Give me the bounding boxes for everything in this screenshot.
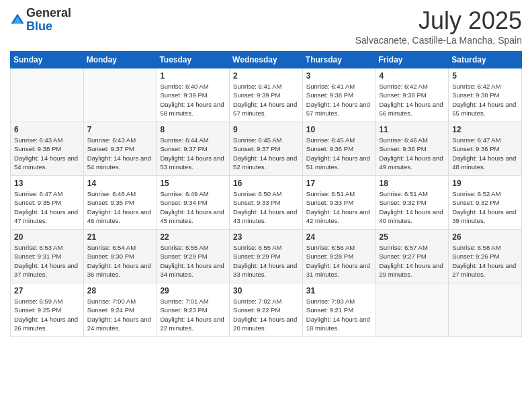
day-number: 12 xyxy=(452,125,518,134)
table-row: 6Sunrise: 6:43 AMSunset: 9:38 PMDaylight… xyxy=(11,122,84,176)
day-number: 24 xyxy=(306,232,372,242)
sunset-text: Sunset: 9:37 PM xyxy=(160,144,226,153)
sunset-text: Sunset: 9:38 PM xyxy=(380,91,445,99)
sunset-text: Sunset: 9:38 PM xyxy=(306,91,372,99)
sunset-text: Sunset: 9:35 PM xyxy=(14,198,80,207)
table-row xyxy=(449,283,522,337)
table-row: 25Sunrise: 6:57 AMSunset: 9:27 PMDayligh… xyxy=(375,230,449,283)
day-number: 11 xyxy=(380,125,445,134)
sunset-text: Sunset: 9:38 PM xyxy=(452,91,518,99)
day-number: 31 xyxy=(306,286,372,295)
sunrise-text: Sunrise: 6:43 AM xyxy=(87,136,153,144)
sunrise-text: Sunrise: 6:45 AM xyxy=(306,136,372,144)
calendar-week-4: 20Sunrise: 6:53 AMSunset: 9:31 PMDayligh… xyxy=(11,230,522,283)
table-row: 5Sunrise: 6:42 AMSunset: 9:38 PMDaylight… xyxy=(449,68,522,122)
sunset-text: Sunset: 9:36 PM xyxy=(452,144,518,153)
day-info: Sunrise: 6:51 AMSunset: 9:33 PMDaylight:… xyxy=(306,189,372,225)
table-row: 30Sunrise: 7:02 AMSunset: 9:22 PMDayligh… xyxy=(230,283,303,337)
day-number: 29 xyxy=(160,286,226,295)
day-info: Sunrise: 6:49 AMSunset: 9:34 PMDaylight:… xyxy=(160,189,226,225)
sunrise-text: Sunrise: 7:03 AM xyxy=(306,297,372,306)
day-info: Sunrise: 7:02 AMSunset: 9:22 PMDaylight:… xyxy=(233,297,299,332)
day-info: Sunrise: 6:41 AMSunset: 9:38 PMDaylight:… xyxy=(306,82,372,118)
page: General Blue July 2025 Salvacanete, Cast… xyxy=(0,0,532,411)
table-row: 10Sunrise: 6:45 AMSunset: 9:36 PMDayligh… xyxy=(302,122,375,176)
sunset-text: Sunset: 9:22 PM xyxy=(233,306,299,314)
sunset-text: Sunset: 9:38 PM xyxy=(14,144,80,153)
daylight-text: Daylight: 14 hours and 18 minutes. xyxy=(306,315,372,333)
col-sunday: Sunday xyxy=(11,52,84,68)
table-row: 29Sunrise: 7:01 AMSunset: 9:23 PMDayligh… xyxy=(157,283,230,337)
month-year: July 2025 xyxy=(355,7,522,35)
daylight-text: Daylight: 14 hours and 53 minutes. xyxy=(160,154,226,172)
daylight-text: Daylight: 14 hours and 42 minutes. xyxy=(306,208,372,226)
daylight-text: Daylight: 14 hours and 49 minutes. xyxy=(380,154,445,172)
daylight-text: Daylight: 14 hours and 54 minutes. xyxy=(87,154,153,172)
logo-icon xyxy=(10,13,25,28)
day-number: 10 xyxy=(306,125,372,134)
daylight-text: Daylight: 14 hours and 29 minutes. xyxy=(380,261,445,279)
sunrise-text: Sunrise: 7:00 AM xyxy=(87,297,153,306)
day-info: Sunrise: 6:53 AMSunset: 9:31 PMDaylight:… xyxy=(14,243,80,279)
sunset-text: Sunset: 9:36 PM xyxy=(380,144,445,153)
sunrise-text: Sunrise: 6:51 AM xyxy=(306,189,372,198)
table-row: 23Sunrise: 6:55 AMSunset: 9:29 PMDayligh… xyxy=(230,230,303,283)
sunrise-text: Sunrise: 6:59 AM xyxy=(14,297,80,306)
sunset-text: Sunset: 9:29 PM xyxy=(160,252,226,261)
header: General Blue July 2025 Salvacanete, Cast… xyxy=(10,7,522,46)
daylight-text: Daylight: 14 hours and 31 minutes. xyxy=(306,261,372,279)
sunrise-text: Sunrise: 6:47 AM xyxy=(452,136,518,144)
table-row xyxy=(375,283,449,337)
sunset-text: Sunset: 9:30 PM xyxy=(87,252,153,261)
calendar-header-row: Sunday Monday Tuesday Wednesday Thursday… xyxy=(11,52,522,68)
day-number: 28 xyxy=(87,286,153,295)
daylight-text: Daylight: 14 hours and 27 minutes. xyxy=(452,261,518,279)
logo-text: General Blue xyxy=(26,7,71,34)
day-info: Sunrise: 6:43 AMSunset: 9:38 PMDaylight:… xyxy=(14,136,80,171)
sunset-text: Sunset: 9:28 PM xyxy=(306,252,372,261)
table-row: 2Sunrise: 6:41 AMSunset: 9:39 PMDaylight… xyxy=(230,68,303,122)
day-number: 7 xyxy=(87,125,153,134)
sunset-text: Sunset: 9:31 PM xyxy=(14,252,80,261)
table-row: 4Sunrise: 6:42 AMSunset: 9:38 PMDaylight… xyxy=(375,68,449,122)
logo-general: General xyxy=(26,7,71,20)
sunrise-text: Sunrise: 6:58 AM xyxy=(452,243,518,252)
sunrise-text: Sunrise: 6:55 AM xyxy=(160,243,226,252)
sunrise-text: Sunrise: 6:50 AM xyxy=(233,189,299,198)
daylight-text: Daylight: 14 hours and 26 minutes. xyxy=(14,315,80,333)
daylight-text: Daylight: 14 hours and 58 minutes. xyxy=(160,100,226,118)
daylight-text: Daylight: 14 hours and 33 minutes. xyxy=(233,261,299,279)
day-number: 22 xyxy=(160,232,226,242)
daylight-text: Daylight: 14 hours and 45 minutes. xyxy=(160,208,226,226)
table-row: 3Sunrise: 6:41 AMSunset: 9:38 PMDaylight… xyxy=(302,68,375,122)
calendar-week-2: 6Sunrise: 6:43 AMSunset: 9:38 PMDaylight… xyxy=(11,122,522,176)
day-number: 6 xyxy=(14,125,80,134)
day-info: Sunrise: 6:54 AMSunset: 9:30 PMDaylight:… xyxy=(87,243,153,279)
day-info: Sunrise: 6:57 AMSunset: 9:27 PMDaylight:… xyxy=(380,243,445,279)
col-friday: Friday xyxy=(375,52,449,68)
sunset-text: Sunset: 9:21 PM xyxy=(306,306,372,314)
day-info: Sunrise: 6:43 AMSunset: 9:37 PMDaylight:… xyxy=(87,136,153,171)
day-info: Sunrise: 6:56 AMSunset: 9:28 PMDaylight:… xyxy=(306,243,372,279)
day-info: Sunrise: 6:46 AMSunset: 9:36 PMDaylight:… xyxy=(380,136,445,171)
day-info: Sunrise: 6:52 AMSunset: 9:32 PMDaylight:… xyxy=(452,189,518,225)
daylight-text: Daylight: 14 hours and 22 minutes. xyxy=(160,315,226,333)
day-number: 23 xyxy=(233,232,299,242)
daylight-text: Daylight: 14 hours and 56 minutes. xyxy=(380,100,445,118)
day-info: Sunrise: 6:47 AMSunset: 9:36 PMDaylight:… xyxy=(452,136,518,171)
daylight-text: Daylight: 14 hours and 34 minutes. xyxy=(160,261,226,279)
calendar: Sunday Monday Tuesday Wednesday Thursday… xyxy=(10,51,522,337)
day-number: 16 xyxy=(233,179,299,188)
daylight-text: Daylight: 14 hours and 57 minutes. xyxy=(306,100,372,118)
sunrise-text: Sunrise: 6:47 AM xyxy=(14,189,80,198)
day-info: Sunrise: 6:55 AMSunset: 9:29 PMDaylight:… xyxy=(160,243,226,279)
day-info: Sunrise: 7:00 AMSunset: 9:24 PMDaylight:… xyxy=(87,297,153,332)
sunset-text: Sunset: 9:26 PM xyxy=(452,252,518,261)
sunset-text: Sunset: 9:37 PM xyxy=(233,144,299,153)
daylight-text: Daylight: 14 hours and 37 minutes. xyxy=(14,261,80,279)
day-info: Sunrise: 6:41 AMSunset: 9:39 PMDaylight:… xyxy=(233,82,299,118)
daylight-text: Daylight: 14 hours and 54 minutes. xyxy=(14,154,80,172)
day-number: 17 xyxy=(306,179,372,188)
daylight-text: Daylight: 14 hours and 57 minutes. xyxy=(233,100,299,118)
table-row: 11Sunrise: 6:46 AMSunset: 9:36 PMDayligh… xyxy=(375,122,449,176)
